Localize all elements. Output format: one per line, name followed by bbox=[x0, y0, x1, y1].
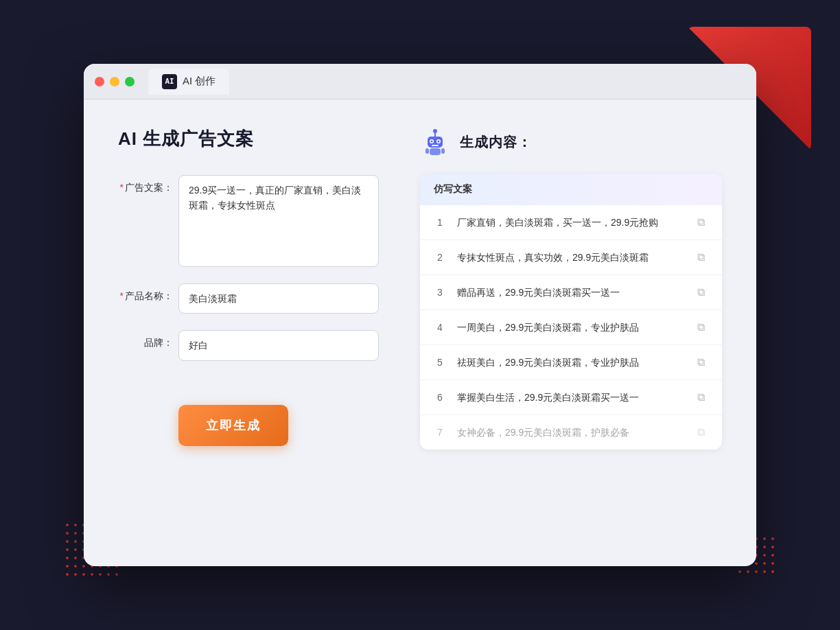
row-text-3: 赠品再送，29.9元美白淡斑霜买一送一 bbox=[457, 285, 682, 300]
row-number-1: 1 bbox=[434, 217, 446, 228]
row-text-4: 一周美白，29.9元美白淡斑霜，专业护肤品 bbox=[457, 320, 682, 335]
row-number-6: 6 bbox=[434, 392, 446, 403]
brand-input[interactable] bbox=[178, 330, 379, 360]
svg-rect-8 bbox=[430, 148, 441, 155]
copy-icon-6[interactable]: ⧉ bbox=[693, 390, 708, 405]
row-number-5: 5 bbox=[434, 357, 446, 368]
product-name-row: *产品名称： bbox=[118, 283, 379, 314]
required-star-1: * bbox=[120, 182, 124, 193]
copy-icon-3[interactable]: ⧉ bbox=[693, 285, 708, 300]
robot-icon bbox=[420, 127, 450, 157]
ad-copy-field: *广告文案： 29.9买一送一，真正的厂家直销，美白淡斑霜，专抹女性斑点 bbox=[118, 175, 379, 267]
product-name-field: *产品名称： bbox=[118, 283, 379, 314]
tab-icon: AI bbox=[162, 74, 177, 89]
result-row: 7 女神必备，29.9元美白淡斑霜，护肤必备 ⧉ bbox=[420, 415, 722, 450]
generate-button[interactable]: 立即生成 bbox=[178, 405, 288, 446]
copy-icon-1[interactable]: ⧉ bbox=[693, 215, 708, 230]
brand-label: 品牌： bbox=[118, 330, 173, 349]
title-bar: AI AI 创作 bbox=[84, 64, 756, 100]
ad-copy-row: *广告文案： 29.9买一送一，真正的厂家直销，美白淡斑霜，专抹女性斑点 bbox=[118, 175, 379, 267]
results-container: 仿写文案 1 厂家直销，美白淡斑霜，买一送一，29.9元抢购 ⧉ 2 专抹女性斑… bbox=[420, 174, 722, 450]
row-text-7: 女神必备，29.9元美白淡斑霜，护肤必备 bbox=[457, 425, 682, 440]
brand-row: 品牌： bbox=[118, 330, 379, 360]
svg-point-0 bbox=[433, 129, 437, 133]
browser-window: AI AI 创作 AI 生成广告文案 *广告文案： 29.9买一送一，真正的厂家… bbox=[84, 64, 756, 566]
svg-rect-9 bbox=[425, 148, 429, 154]
copy-icon-5[interactable]: ⧉ bbox=[693, 355, 708, 370]
row-number-7: 7 bbox=[434, 427, 446, 438]
product-name-input[interactable] bbox=[178, 283, 379, 314]
row-number-3: 3 bbox=[434, 287, 446, 298]
page-title: AI 生成广告文案 bbox=[118, 127, 379, 151]
result-row: 6 掌握美白生活，29.9元美白淡斑霜买一送一 ⧉ bbox=[420, 380, 722, 415]
brand-field: 品牌： bbox=[118, 330, 379, 360]
right-header: 生成内容： bbox=[420, 127, 722, 157]
tab-label: AI 创作 bbox=[183, 75, 215, 88]
left-panel: AI 生成广告文案 *广告文案： 29.9买一送一，真正的厂家直销，美白淡斑霜，… bbox=[118, 127, 379, 539]
copy-icon-2[interactable]: ⧉ bbox=[693, 250, 708, 265]
copy-icon-7[interactable]: ⧉ bbox=[693, 425, 708, 440]
right-panel: 生成内容： 仿写文案 1 厂家直销，美白淡斑霜，买一送一，29.9元抢购 ⧉ 2… bbox=[420, 127, 722, 539]
result-row: 1 厂家直销，美白淡斑霜，买一送一，29.9元抢购 ⧉ bbox=[420, 205, 722, 240]
svg-rect-10 bbox=[441, 148, 445, 154]
row-number-2: 2 bbox=[434, 252, 446, 263]
close-button[interactable] bbox=[95, 77, 104, 86]
row-text-6: 掌握美白生活，29.9元美白淡斑霜买一送一 bbox=[457, 390, 682, 405]
svg-point-5 bbox=[431, 141, 433, 143]
ai-create-tab[interactable]: AI AI 创作 bbox=[148, 69, 229, 95]
ad-copy-label: *广告文案： bbox=[118, 175, 173, 194]
results-header: 仿写文案 bbox=[420, 174, 722, 205]
required-star-2: * bbox=[120, 290, 124, 301]
row-text-2: 专抹女性斑点，真实功效，29.9元美白淡斑霜 bbox=[457, 250, 682, 265]
result-row: 5 祛斑美白，29.9元美白淡斑霜，专业护肤品 ⧉ bbox=[420, 345, 722, 380]
row-text-5: 祛斑美白，29.9元美白淡斑霜，专业护肤品 bbox=[457, 355, 682, 370]
svg-rect-7 bbox=[432, 145, 439, 146]
right-title: 生成内容： bbox=[460, 133, 532, 152]
product-name-label: *产品名称： bbox=[118, 283, 173, 303]
result-row: 3 赠品再送，29.9元美白淡斑霜买一送一 ⧉ bbox=[420, 275, 722, 310]
copy-icon-4[interactable]: ⧉ bbox=[693, 320, 708, 335]
minimize-button[interactable] bbox=[110, 77, 119, 86]
traffic-lights bbox=[95, 77, 135, 86]
row-text-1: 厂家直销，美白淡斑霜，买一送一，29.9元抢购 bbox=[457, 215, 682, 230]
maximize-button[interactable] bbox=[125, 77, 135, 86]
svg-rect-1 bbox=[434, 133, 436, 137]
result-row: 2 专抹女性斑点，真实功效，29.9元美白淡斑霜 ⧉ bbox=[420, 240, 722, 275]
row-number-4: 4 bbox=[434, 322, 446, 333]
content-area: AI 生成广告文案 *广告文案： 29.9买一送一，真正的厂家直销，美白淡斑霜，… bbox=[84, 100, 756, 566]
ad-copy-input[interactable]: 29.9买一送一，真正的厂家直销，美白淡斑霜，专抹女性斑点 bbox=[178, 175, 379, 267]
svg-point-6 bbox=[438, 141, 440, 143]
result-row: 4 一周美白，29.9元美白淡斑霜，专业护肤品 ⧉ bbox=[420, 310, 722, 345]
